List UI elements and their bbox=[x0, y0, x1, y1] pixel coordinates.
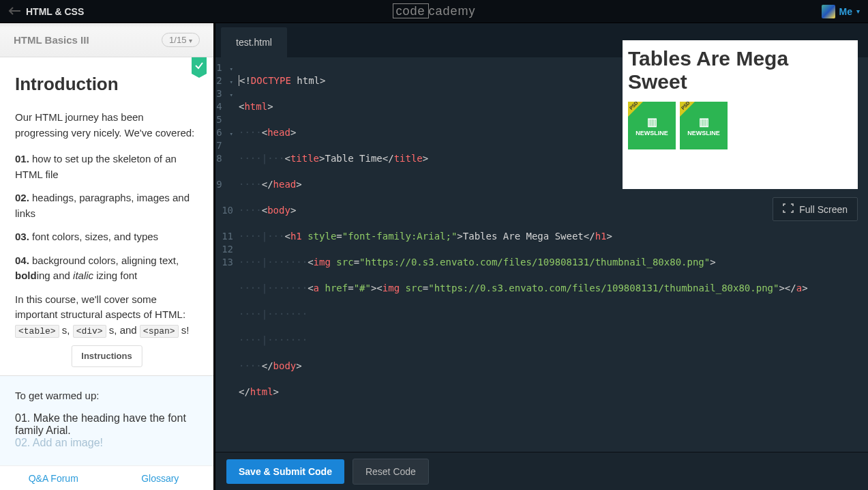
lesson-name: HTML Basics III bbox=[14, 34, 89, 46]
course-title: HTML & CSS bbox=[26, 6, 84, 17]
avatar bbox=[822, 5, 835, 18]
chevron-down-icon: ▾ bbox=[856, 8, 860, 15]
progress-dropdown[interactable]: 1/15 ▾ bbox=[162, 33, 200, 47]
back-arrow-icon[interactable] bbox=[8, 5, 20, 18]
lesson-outro: In this course, we'll cover some importa… bbox=[15, 292, 198, 338]
user-label: Me bbox=[839, 6, 852, 17]
preview-panel: Tables Are Mega Sweet PSD ▥ NEWSLINE PSD… bbox=[623, 40, 858, 221]
instruction-1: 01. Make the heading have the font famil… bbox=[15, 412, 198, 437]
glossary-link[interactable]: Glossary bbox=[107, 466, 214, 490]
instructions-intro: To get warmed up: bbox=[15, 390, 198, 401]
reset-code-button[interactable]: Reset Code bbox=[353, 459, 429, 485]
preview-image-1: PSD ▥ NEWSLINE bbox=[628, 102, 676, 149]
completed-ribbon-icon bbox=[192, 57, 207, 79]
line-gutter: 1 ▾ 2 ▾ 3 ▾ 4 5 6 ▾ 7 8 9 10 11 12 13 bbox=[215, 61, 239, 452]
fullscreen-button[interactable]: Full Screen bbox=[773, 197, 858, 221]
topbar: HTML & CSS codecademy Me ▾ bbox=[0, 0, 868, 23]
instruction-2: 02. Add an image! bbox=[15, 437, 198, 449]
fullscreen-icon bbox=[783, 203, 794, 215]
covered-item-1: 01. how to set up the skeleton of an HTM… bbox=[15, 152, 198, 182]
save-submit-button[interactable]: Save & Submit Code bbox=[226, 459, 344, 484]
lesson-intro: Our HTML journey has been progressing ve… bbox=[15, 110, 198, 141]
editor-bottombar: Save & Submit Code Reset Code bbox=[215, 452, 868, 490]
news-icon: ▥ bbox=[699, 115, 709, 128]
lesson-content[interactable]: Introduction Our HTML journey has been p… bbox=[0, 57, 213, 375]
editor-area: test.html 1 ▾ 2 ▾ 3 ▾ 4 5 6 ▾ 7 8 9 10 1… bbox=[213, 23, 868, 490]
instructions-tab: Instructions bbox=[71, 345, 142, 367]
lesson-sidebar: HTML Basics III 1/15 ▾ Introduction Our … bbox=[0, 23, 213, 490]
preview-output: Tables Are Mega Sweet PSD ▥ NEWSLINE PSD… bbox=[623, 40, 858, 189]
logo-cademy: cademy bbox=[429, 4, 476, 18]
preview-image-2: PSD ▥ NEWSLINE bbox=[680, 102, 728, 149]
editor-tab-test-html[interactable]: test.html bbox=[221, 27, 287, 57]
instructions-section[interactable]: To get warmed up: 01. Make the heading h… bbox=[0, 375, 213, 465]
qa-forum-link[interactable]: Q&A Forum bbox=[0, 466, 107, 490]
lesson-heading: Introduction bbox=[15, 71, 198, 98]
covered-item-3: 03. font colors, sizes, and types bbox=[15, 229, 198, 245]
covered-item-2: 02. headings, paragraphs, images and lin… bbox=[15, 190, 198, 221]
logo[interactable]: codecademy bbox=[392, 4, 475, 18]
chevron-down-icon: ▾ bbox=[189, 37, 192, 44]
news-icon: ▥ bbox=[647, 115, 657, 128]
covered-item-4: 04. background colors, aligning text, bo… bbox=[15, 253, 198, 284]
user-menu[interactable]: Me ▾ bbox=[822, 5, 860, 18]
sidebar-header: HTML Basics III 1/15 ▾ bbox=[0, 23, 213, 57]
logo-code: code bbox=[392, 3, 428, 18]
preview-image-link[interactable]: PSD ▥ NEWSLINE bbox=[680, 102, 728, 149]
preview-heading: Tables Are Mega Sweet bbox=[628, 47, 852, 93]
sidebar-footer: Q&A Forum Glossary bbox=[0, 465, 213, 490]
